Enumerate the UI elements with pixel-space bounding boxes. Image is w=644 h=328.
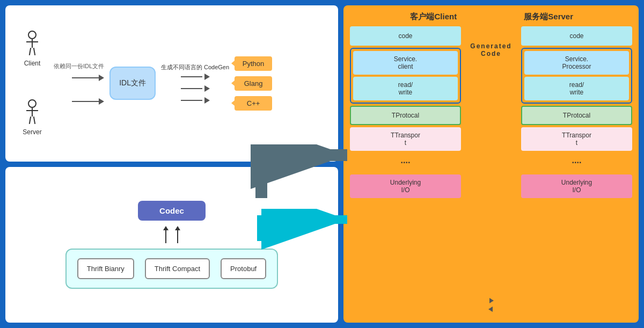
client-code: code [350, 26, 461, 46]
server-arms [26, 110, 38, 111]
client-leg-right [33, 48, 35, 55]
left-arrow [488, 307, 494, 312]
output-python: Python [235, 56, 272, 71]
arrow-line-4 [181, 88, 202, 89]
client-column: code Service.client read/write TProtocal… [350, 26, 461, 316]
client-figure [24, 31, 40, 57]
cyan-arrow [251, 209, 355, 252]
server-generated-group: Service.Processor read/write [521, 48, 632, 104]
client-readwrite: read/write [353, 77, 458, 100]
idl-label-col: 依赖同一份IDL文件 [54, 62, 104, 105]
server-legs [30, 116, 35, 124]
thrift-binary-box: Thrift Bianry [77, 258, 134, 279]
arrow-head-4 [204, 85, 210, 92]
output-row-3 [181, 97, 210, 104]
arrow-up-2 [175, 226, 180, 243]
arrow-head-2 [99, 98, 104, 105]
output-glang: Glang [235, 76, 272, 91]
client-leg-left [29, 48, 31, 55]
arrow-head-3 [204, 74, 210, 80]
client-tprotocal: TProtocal [350, 106, 461, 125]
arrow-up-line-2 [177, 230, 178, 243]
arrow-line-2 [72, 101, 99, 102]
client-header: 客户端Client [407, 12, 459, 22]
columns-flex: code Service.client read/write TProtocal… [350, 26, 632, 316]
output-cpp: C++ [235, 96, 272, 111]
codec-box: Codec [138, 201, 206, 221]
server-body [32, 108, 33, 116]
client-header-spacer [350, 12, 402, 22]
right-arrow-head [489, 298, 494, 303]
cyan-arrow-svg [251, 209, 355, 252]
server-code: code [521, 26, 632, 46]
arrow-to-idl-1 [72, 75, 104, 81]
server-header-spacer [580, 12, 632, 22]
server-head [28, 99, 36, 108]
server-header: 服务端Server [523, 12, 575, 22]
arrow-head-1 [99, 75, 104, 81]
codec-inputs: Thrift Bianry Thrift Compact Protobuf [65, 249, 278, 289]
server-column: code Service.Processor read/write TProto… [521, 26, 632, 316]
arrow-up-head-1 [163, 226, 169, 230]
codegen-label: 生成不同语言的 CodeGen [161, 63, 229, 71]
arrow-head-5 [204, 97, 210, 104]
middle-header [465, 12, 517, 22]
server-service: Service.Processor [524, 51, 629, 75]
server-section-label: 服务端Server [524, 12, 573, 21]
server-leg-left [29, 116, 31, 124]
client-actor: Client [24, 31, 41, 67]
client-service: Service.client [353, 51, 458, 75]
dark-arrow [251, 144, 355, 203]
thrift-compact-box: Thrift Compact [145, 258, 210, 279]
client-head [28, 31, 36, 39]
columns-container: code Service.client read/write TProtocal… [350, 26, 632, 316]
client-legs [30, 48, 35, 55]
server-figure [24, 99, 40, 126]
server-readwrite: read/write [524, 77, 629, 100]
client-section-label: 客户端Client [410, 12, 457, 21]
top-left-panel: Client Server [5, 5, 338, 162]
right-header: 客户端Client 服务端Server [350, 12, 632, 22]
arrows-up-group [163, 226, 180, 243]
arrow-up-head-2 [175, 226, 180, 230]
client-label: Client [24, 60, 41, 67]
protobuf-box: Protobuf [221, 258, 266, 279]
arrow-up-line-1 [165, 230, 166, 243]
server-actor: Server [23, 99, 41, 136]
arrow-to-idl-2 [72, 98, 104, 105]
actors-column: Client Server [16, 31, 48, 136]
server-label: Server [23, 128, 41, 136]
server-dots: ···· [521, 153, 632, 172]
server-leg-right [33, 116, 35, 124]
output-row-1 [181, 74, 210, 80]
generated-code-label: GeneratedCode [470, 42, 511, 57]
middle-arrows [488, 298, 494, 312]
server-underlying: UnderlyingI/O [521, 174, 632, 198]
dark-arrow-svg [251, 144, 355, 203]
idl-box: IDL文件 [109, 67, 156, 100]
output-row-2 [181, 85, 210, 92]
server-tprotocal: TProtocal [521, 106, 632, 125]
client-generated-group: Service.client read/write [350, 48, 461, 104]
codegen-section: 生成不同语言的 CodeGen [161, 63, 229, 104]
middle-column: GeneratedCode [464, 26, 518, 316]
idl-label: 依赖同一份IDL文件 [54, 62, 104, 70]
right-panel: 客户端Client 服务端Server [343, 5, 639, 323]
server-ttransport: TTransport [521, 127, 632, 151]
right-arrow [488, 298, 494, 303]
arrow-line-5 [181, 100, 202, 101]
client-underlying: UnderlyingI/O [350, 174, 461, 198]
output-boxes: Python Glang C++ [235, 56, 272, 111]
arrow-up-1 [163, 226, 169, 243]
client-ttransport: TTransport [350, 127, 461, 151]
client-arms [26, 41, 38, 42]
arrow-line-1 [72, 77, 99, 78]
client-body [32, 39, 33, 48]
top-diagram: Client Server [16, 31, 327, 136]
arrow-line-3 [181, 76, 202, 77]
left-arrow-head [488, 307, 493, 312]
output-arrows [181, 74, 210, 104]
client-dots: ···· [350, 153, 461, 172]
